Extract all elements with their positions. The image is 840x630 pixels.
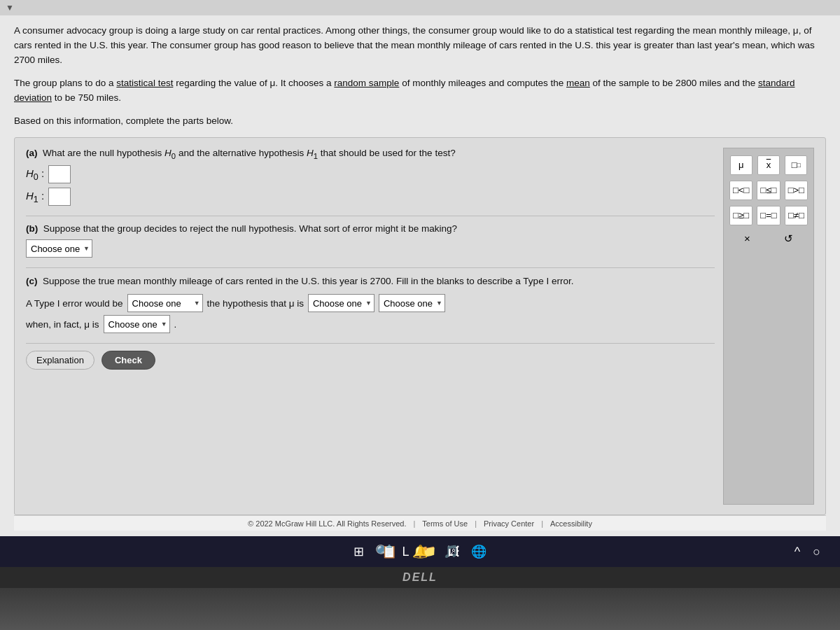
check-button[interactable]: Check: [102, 351, 155, 370]
explanation-button[interactable]: Explanation: [26, 351, 94, 370]
eq-button[interactable]: □=□: [757, 206, 780, 225]
part-b-row: Choose one Type I error Type II error: [26, 239, 715, 258]
privacy-link[interactable]: Privacy Center: [484, 519, 534, 528]
type1-row1: A Type I error would be Choose one rejec…: [26, 294, 715, 312]
h1-label: H1 :: [26, 190, 44, 204]
taskbar-wifi[interactable]: ○: [808, 542, 825, 562]
part-c-select1-wrapper: Choose one rejecting failing to reject: [127, 294, 203, 312]
taskbar-right: ^ ○: [790, 542, 829, 562]
paragraph1: A consumer advocacy group is doing a lar…: [14, 24, 826, 68]
random-sample-link[interactable]: random sample: [334, 78, 399, 88]
type1-text1: A Type I error would be: [26, 298, 123, 309]
copyright-text: © 2022 McGraw Hill LLC. All Rights Reser…: [248, 519, 406, 528]
h1-input[interactable]: [48, 188, 71, 206]
part-b-question: (b) Suppose that the group decides to re…: [26, 223, 715, 234]
part-c-dropdown4[interactable]: Choose one 2700 2800 750: [104, 315, 170, 333]
part-c-select3-wrapper: Choose one 2700 2800 750: [379, 294, 445, 312]
mean-link[interactable]: mean: [566, 78, 590, 88]
geq-button[interactable]: □≥□: [729, 206, 752, 225]
taskbar-icon-app2[interactable]: 🔔: [408, 541, 432, 562]
part-c-question: (c) Suppose the true mean monthly mileag…: [26, 275, 715, 288]
h0-input[interactable]: [48, 165, 71, 183]
symbol-row3: □≥□ □=□ □≠□: [729, 206, 808, 225]
less-eq-button[interactable]: □≤□: [757, 181, 780, 200]
type1-text2: the hypothesis that μ is: [207, 298, 304, 309]
button-row: Explanation Check: [26, 351, 715, 370]
paragraph3: Based on this information, complete the …: [14, 114, 826, 129]
taskbar: ⊞ 🔍 L 📁 🖼 🌐 📋 🔔 🎵 ^ ○: [0, 536, 840, 567]
part-c-dropdown3[interactable]: Choose one 2700 2800 750: [379, 294, 445, 312]
part-b-dropdown[interactable]: Choose one Type I error Type II error: [26, 239, 92, 258]
part-c-dropdown1[interactable]: Choose one rejecting failing to reject: [127, 294, 203, 312]
neq-button[interactable]: □≠□: [785, 206, 808, 225]
start-button[interactable]: ⊞: [349, 541, 368, 562]
footer-bar: © 2022 McGraw Hill LLC. All Rights Reser…: [14, 515, 826, 531]
accessibility-link[interactable]: Accessibility: [550, 519, 592, 528]
symbol-row2: □<□ □≤□ □>□: [729, 181, 808, 200]
statistical-test-link[interactable]: statistical test: [116, 78, 173, 88]
chevron-down-icon[interactable]: ▼: [6, 3, 14, 13]
part-b: (b) Suppose that the group decides to re…: [26, 223, 715, 258]
symbol-panel: μ x □□ □<□ □≤□ □>□ □≥□ □=□ □≠□: [723, 148, 814, 505]
part-c-select2-wrapper: Choose one < ≤ > ≥ = ≠: [308, 294, 374, 312]
part-a-question: (a) What are the null hypothesis H0 and …: [26, 148, 715, 160]
h1-row: H1 :: [26, 188, 715, 206]
times-button[interactable]: ×: [741, 231, 753, 246]
square-button[interactable]: □□: [785, 155, 807, 175]
less-than-button[interactable]: □<□: [729, 181, 752, 200]
greater-button[interactable]: □>□: [785, 181, 808, 200]
h0-label: H0 :: [26, 167, 44, 182]
taskbar-center: 📋 🔔 🎵: [377, 541, 463, 562]
xbar-button[interactable]: x: [757, 155, 780, 175]
paragraph2: The group plans to do a statistical test…: [14, 76, 826, 106]
main-panel: (a) What are the null hypothesis H0 and …: [14, 137, 826, 515]
taskbar-chevron-up[interactable]: ^: [790, 542, 804, 562]
dell-logo: DELL: [0, 567, 840, 588]
undo-button[interactable]: ↺: [781, 231, 796, 246]
type1-row2: when, in fact, μ is Choose one 2700 2800…: [26, 315, 715, 333]
type1-text3: when, in fact, μ is: [26, 319, 99, 330]
h0-row: H0 :: [26, 165, 715, 183]
part-b-select-wrapper: Choose one Type I error Type II error: [26, 239, 92, 258]
terms-link[interactable]: Terms of Use: [422, 519, 468, 528]
laptop-bottom: [0, 588, 840, 630]
question-area: (a) What are the null hypothesis H0 and …: [26, 148, 715, 505]
symbol-row4: × ↺: [729, 231, 808, 246]
type1-period: .: [174, 319, 177, 330]
part-c: (c) Suppose the true mean monthly mileag…: [26, 275, 715, 333]
taskbar-icon-edge[interactable]: 🌐: [467, 541, 491, 562]
part-a: (a) What are the null hypothesis H0 and …: [26, 148, 715, 206]
part-c-select4-wrapper: Choose one 2700 2800 750: [104, 315, 170, 333]
taskbar-icon-app1[interactable]: 📋: [377, 541, 401, 562]
top-bar: ▼: [0, 0, 840, 15]
part-c-dropdown2[interactable]: Choose one < ≤ > ≥ = ≠: [308, 294, 374, 312]
taskbar-icon-app3[interactable]: 🎵: [439, 541, 463, 562]
mu-button[interactable]: μ: [730, 155, 752, 175]
content-area: A consumer advocacy group is doing a lar…: [0, 15, 840, 536]
symbol-row1: μ x □□: [729, 155, 808, 175]
